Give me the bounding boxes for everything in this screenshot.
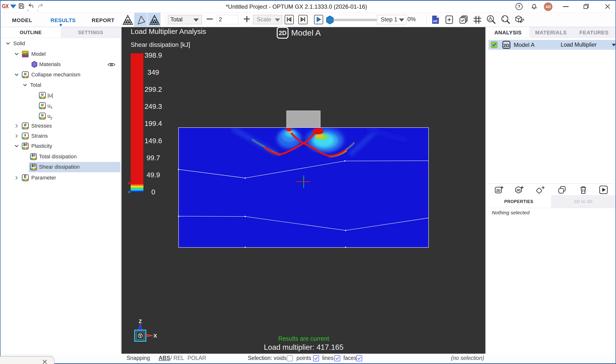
svg-text:Load Multiplier Analysis: Load Multiplier Analysis (131, 27, 206, 35)
svg-text:299.2: 299.2 (145, 86, 162, 93)
svg-text:149.6: 149.6 (145, 137, 162, 145)
svg-text:Load multiplier: 417.165: Load multiplier: 417.165 (264, 343, 344, 351)
svg-text:GIF: GIF (433, 20, 438, 23)
svg-text:99.7: 99.7 (147, 154, 160, 162)
svg-text:X: X (154, 333, 157, 339)
svg-text:?: ? (518, 4, 520, 9)
svg-text:Results are current: Results are current (278, 335, 329, 342)
svg-text:249.3: 249.3 (145, 103, 162, 110)
svg-text:3D: 3D (517, 188, 521, 192)
svg-text:49.9: 49.9 (147, 171, 160, 179)
svg-text:398.9: 398.9 (145, 52, 162, 59)
svg-text:349: 349 (148, 68, 159, 76)
svg-text:Shear dissipation [kJ]: Shear dissipation [kJ] (131, 41, 190, 48)
svg-text:Model A: Model A (291, 28, 321, 37)
svg-text:2D: 2D (496, 189, 501, 193)
svg-text:0: 0 (151, 188, 155, 196)
svg-text:199.4: 199.4 (145, 120, 162, 127)
svg-text:2D: 2D (279, 29, 287, 36)
